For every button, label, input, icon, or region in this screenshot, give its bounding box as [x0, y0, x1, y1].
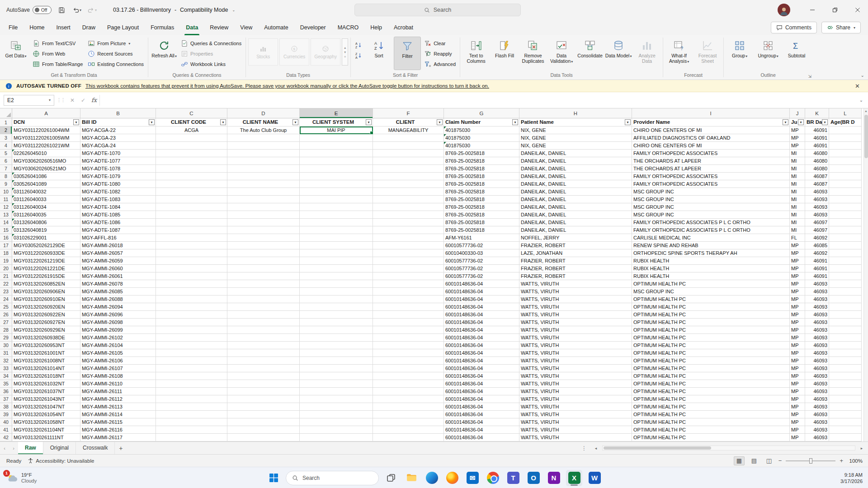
taskbar-search[interactable]: Search — [286, 471, 379, 485]
cell-D6[interactable] — [227, 157, 300, 165]
outline-dialog-launcher-icon[interactable]: ⇲ — [808, 74, 812, 79]
row-header-21[interactable]: 21 — [0, 272, 12, 280]
banner-message-link[interactable]: This workbook contains features that pre… — [85, 83, 489, 89]
row-header-18[interactable]: 18 — [0, 249, 12, 257]
filter-dropdown-icon[interactable]: ▾ — [783, 119, 788, 125]
page-layout-view-button[interactable]: ▤ — [749, 456, 760, 465]
cell-F35[interactable] — [373, 380, 444, 388]
cell-L13[interactable] — [829, 211, 862, 219]
cell-H20[interactable]: FRAZIER, ROBERT — [519, 265, 632, 272]
row-header-32[interactable]: 32 — [0, 357, 12, 365]
data-validation-button[interactable]: Data Validation▾ — [548, 37, 575, 70]
cell-J23[interactable]: MP — [790, 288, 805, 296]
cell-H32[interactable]: WATTS, VIRUTH — [519, 357, 632, 365]
cell-J16[interactable]: FL — [790, 234, 805, 242]
cell-G25[interactable]: 60010148636-04 — [444, 303, 519, 311]
add-sheet-button[interactable]: + — [115, 445, 127, 452]
cell-B9[interactable]: MGY-ADTE-1080 — [80, 180, 156, 188]
scroll-right-icon[interactable]: ▸ — [858, 446, 865, 450]
cell-B41[interactable]: MGY-AMMI-26116 — [80, 426, 156, 434]
cell-J13[interactable]: MI — [790, 211, 805, 219]
cell-D26[interactable] — [227, 311, 300, 319]
cell-A10[interactable]: 031126040032 — [12, 188, 80, 196]
cell-D42[interactable] — [227, 434, 300, 441]
cell-I14[interactable]: FAMILY ORTHOPEDIC ASSOCIATES P L C ORTHO — [632, 219, 790, 226]
cell-A12[interactable]: 031126040034 — [12, 203, 80, 211]
cell-D8[interactable] — [227, 173, 300, 180]
column-header-B[interactable]: B — [80, 108, 156, 118]
cell-G20[interactable]: 60010577736-02 — [444, 265, 519, 272]
cell-H34[interactable]: WATTS, VIRUTH — [519, 372, 632, 380]
cell-K29[interactable]: 46093 — [805, 334, 829, 342]
cell-L4[interactable] — [829, 142, 862, 150]
cell-E12[interactable] — [300, 203, 373, 211]
cell-I26[interactable]: OPTIMUM HEALTH PC — [632, 311, 790, 319]
from-table-range-button[interactable]: From Table/Range — [31, 59, 85, 69]
cell-C13[interactable] — [156, 211, 227, 219]
cell-L31[interactable] — [829, 349, 862, 357]
cell-C29[interactable] — [156, 334, 227, 342]
cell-C15[interactable] — [156, 226, 227, 234]
cell-L15[interactable] — [829, 226, 862, 234]
properties-button[interactable]: Properties — [179, 49, 243, 59]
undo-button[interactable]: ▾ — [71, 5, 82, 15]
cell-E11[interactable] — [300, 196, 373, 203]
cell-I36[interactable]: OPTIMUM HEALTH PC — [632, 388, 790, 395]
cell-B35[interactable]: MGY-AMMI-26110 — [80, 380, 156, 388]
cell-D4[interactable] — [227, 142, 300, 150]
row-header-19[interactable]: 19 — [0, 257, 12, 265]
cell-D11[interactable] — [227, 196, 300, 203]
cell-E3[interactable] — [300, 134, 373, 142]
cell-H8[interactable]: DANEILAK, DANIEL — [519, 173, 632, 180]
cell-L8[interactable] — [829, 173, 862, 180]
cell-C37[interactable] — [156, 395, 227, 403]
select-all-button[interactable] — [0, 108, 12, 118]
analyze-data-button[interactable]: Analyze Data — [633, 37, 660, 70]
cell-I8[interactable]: FAMILY ORTHOPEDIC ASSOCIATES — [632, 173, 790, 180]
word-button[interactable]: W — [586, 470, 603, 486]
cell-D2[interactable]: The Auto Club Group — [227, 127, 300, 134]
cell-C33[interactable] — [156, 365, 227, 372]
column-header-A[interactable]: A — [12, 108, 80, 118]
cell-H10[interactable]: DANEILAK, DANIEL — [519, 188, 632, 196]
cell-F18[interactable] — [373, 249, 444, 257]
cell-H23[interactable]: WATTS, VIRUTH — [519, 288, 632, 296]
cell-A18[interactable]: MGY031220260933DE — [12, 249, 80, 257]
cell-J4[interactable]: MP — [790, 142, 805, 150]
cell-D35[interactable] — [227, 380, 300, 388]
cell-C36[interactable] — [156, 388, 227, 395]
geography-button[interactable]: Geography — [311, 38, 340, 66]
cell-B12[interactable]: MGY-ADTE-1084 — [80, 203, 156, 211]
cell-B18[interactable]: MGY-AMMI-26057 — [80, 249, 156, 257]
cell-J19[interactable]: MP — [790, 257, 805, 265]
cell-J3[interactable]: MP — [790, 134, 805, 142]
cell-E30[interactable] — [300, 342, 373, 349]
cell-H4[interactable]: NIX, GENE — [519, 142, 632, 150]
cell-I23[interactable]: MSC GROUP INC — [632, 288, 790, 296]
minimize-button[interactable] — [802, 0, 823, 20]
chrome-button[interactable] — [485, 470, 501, 486]
cell-B17[interactable]: MGY-AMMI-26018 — [80, 242, 156, 249]
cell-F16[interactable] — [373, 234, 444, 242]
cell-G21[interactable]: 60010577736-02 — [444, 272, 519, 280]
cell-G9[interactable]: 8769-25-0025818 — [444, 180, 519, 188]
cell-F7[interactable] — [373, 165, 444, 173]
cell-E26[interactable] — [300, 311, 373, 319]
cell-G15[interactable]: 8769-25-0025818 — [444, 226, 519, 234]
row-header-8[interactable]: 8 — [0, 173, 12, 180]
cell-K8[interactable]: 46087 — [805, 173, 829, 180]
column-header-G[interactable]: G — [444, 108, 519, 118]
cell-I33[interactable]: OPTIMUM HEALTH PC — [632, 365, 790, 372]
cell-L17[interactable] — [829, 242, 862, 249]
cell-D21[interactable] — [227, 272, 300, 280]
cell-F30[interactable] — [373, 342, 444, 349]
taskbar-clock[interactable]: 9:18 AM 3/17/2026 — [840, 467, 863, 488]
cell-G4[interactable]: 401875030 — [444, 142, 519, 150]
cell-E24[interactable] — [300, 296, 373, 303]
cell-F4[interactable] — [373, 142, 444, 150]
cell-D24[interactable] — [227, 296, 300, 303]
cell-J21[interactable]: MP — [790, 272, 805, 280]
cell-C16[interactable] — [156, 234, 227, 242]
cell-A24[interactable]: MGY031320260910EN — [12, 296, 80, 303]
cell-L27[interactable] — [829, 319, 862, 326]
